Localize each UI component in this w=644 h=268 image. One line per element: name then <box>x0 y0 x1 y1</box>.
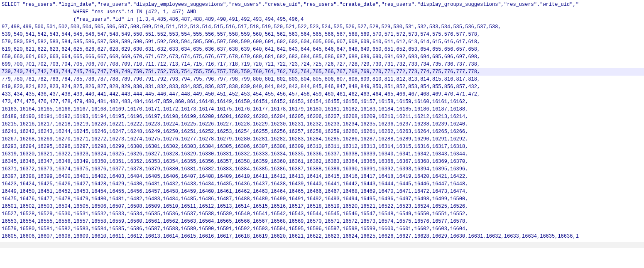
horizontal-scrollbar[interactable] <box>0 242 644 248</box>
log-line: 473,474,475,476,477,478,479,480,481,482,… <box>0 98 644 106</box>
log-line: 16527,16528,16529,16530,16531,16532,1653… <box>0 210 644 218</box>
log-line: 16189,16190,16191,16192,16193,16194,1619… <box>0 113 644 120</box>
log-line: 16215,16216,16217,16218,16219,16220,1622… <box>0 120 644 128</box>
log-line: 16371,16372,16373,16374,16375,16376,1637… <box>0 165 644 173</box>
log-line: 16293,16294,16295,16296,16297,16298,1629… <box>0 143 644 150</box>
log-line: ("res_users"."id" in (1,3,4,485,486,487,… <box>0 16 644 23</box>
log-line: 819,820,821,822,823,824,825,826,827,828,… <box>0 83 644 91</box>
log-line: 16605,16606,16607,16608,16609,16610,1661… <box>0 233 644 240</box>
log-line: 16267,16268,16269,16270,16271,16272,1627… <box>0 135 644 143</box>
log-line: SELECT "res_users"."login_date","res_use… <box>0 1 644 8</box>
log-line: 16345,16346,16347,16348,16349,16350,1635… <box>0 158 644 165</box>
log-line: 16397,16398,16399,16400,16401,16402,1640… <box>0 173 644 180</box>
log-line: 16449,16450,16451,16452,16453,16454,1645… <box>0 188 644 195</box>
sql-log-viewer[interactable]: SELECT "res_users"."login_date","res_use… <box>0 0 644 242</box>
log-line: 16501,16502,16503,16504,16505,16506,1650… <box>0 203 644 210</box>
log-line: 16553,16554,16555,16556,16557,16558,1655… <box>0 218 644 225</box>
log-line-highlighted: 739,740,741,742,743,744,745,746,747,748,… <box>0 68 644 76</box>
log-line: 16423,16424,16425,16426,16427,16428,1642… <box>0 180 644 188</box>
log-line: 619,620,621,622,623,624,625,626,627,628,… <box>0 46 644 53</box>
log-line: 16319,16320,16321,16322,16323,16324,1632… <box>0 150 644 158</box>
log-line: 16163,16164,16165,16166,16167,16168,1616… <box>0 106 644 113</box>
log-line: 699,700,701,702,703,704,705,706,707,708,… <box>0 61 644 68</box>
log-line: 16579,16580,16581,16582,16583,16584,1658… <box>0 225 644 233</box>
log-line: WHERE "res_users".id IN (472, 1, 457) AN… <box>0 8 644 16</box>
log-line: 659,660,661,662,663,664,665,666,667,668,… <box>0 53 644 61</box>
log-line: 433,434,435,436,437,438,439,440,441,442,… <box>0 91 644 98</box>
log-line: 16241,16242,16243,16244,16245,16246,1624… <box>0 128 644 135</box>
log-line: 539,540,541,542,543,544,545,546,547,548,… <box>0 31 644 38</box>
log-line: 16475,16476,16477,16478,16479,16480,1648… <box>0 195 644 203</box>
log-line: 97,498,499,500,501,502,503,504,505,506,5… <box>0 23 644 31</box>
log-line: 779,780,781,782,783,784,785,786,787,788,… <box>0 76 644 83</box>
log-line: 579,580,581,582,583,584,585,586,587,588,… <box>0 38 644 46</box>
